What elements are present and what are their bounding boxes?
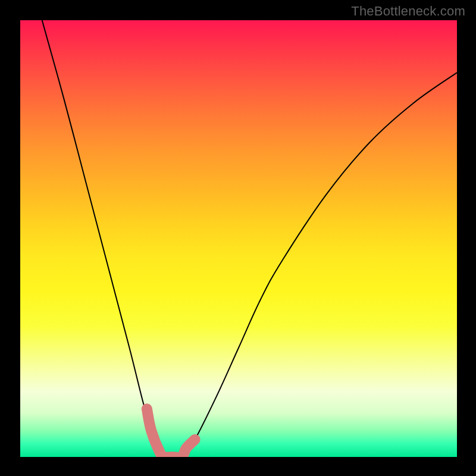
watermark-text: TheBottleneck.com (351, 4, 465, 19)
curve-left-branch (42, 20, 165, 457)
chart-svg (20, 20, 457, 457)
curve-right-branch (182, 73, 457, 457)
chart-plot-area (20, 20, 457, 457)
highlight-overlay (147, 409, 195, 457)
